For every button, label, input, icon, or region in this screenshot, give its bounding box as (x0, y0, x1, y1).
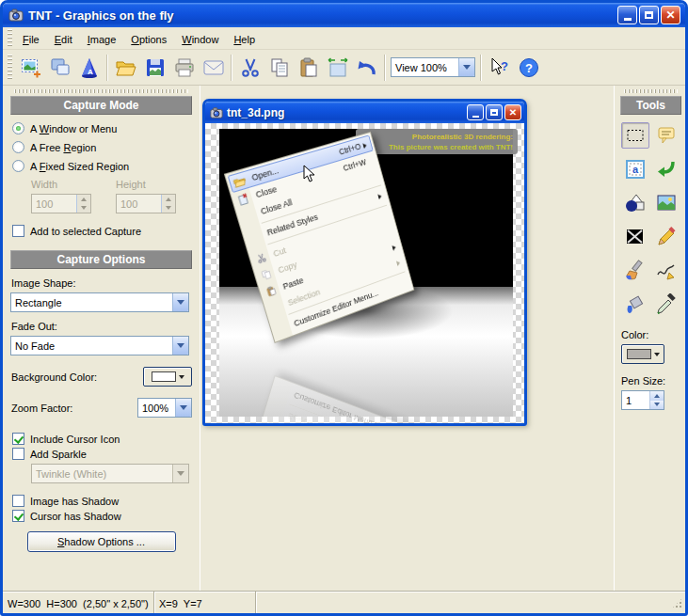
radio-window-or-menu[interactable]: A Window or Menu (12, 122, 192, 134)
background-color-button[interactable] (143, 367, 192, 387)
radio-free-region[interactable]: A Free Region (12, 141, 192, 153)
menu-window[interactable]: Window (174, 31, 226, 48)
tool-select-rectangle-button[interactable] (621, 122, 649, 149)
tools-header: Tools (620, 96, 681, 115)
submenu-arrow-icon (392, 244, 398, 251)
tools-panel-grip[interactable] (624, 89, 678, 93)
tool-callout-button[interactable] (652, 122, 680, 149)
banner-line2: This picture was created with TNT! (356, 142, 513, 152)
pen-color-button[interactable] (621, 344, 664, 364)
select-rectangle-icon (624, 124, 647, 147)
tool-image-button[interactable] (652, 190, 680, 216)
menu-image[interactable]: Image (80, 31, 124, 48)
menu-edit[interactable]: Edit (47, 31, 80, 48)
transparent-color-icon (624, 226, 647, 248)
image-icon (655, 192, 678, 214)
undo-button[interactable] (352, 54, 381, 82)
email-button[interactable] (199, 54, 228, 82)
capture-panel-grip[interactable] (14, 89, 188, 93)
fade-out-select[interactable]: No Fade (10, 336, 189, 355)
context-help-button[interactable]: ? (485, 54, 514, 82)
capture-window-button[interactable] (45, 54, 74, 82)
chevron-down-icon (172, 337, 188, 355)
image-document-window[interactable]: tnt_3d.png ✕ Photorealistic 3D rendering… (202, 99, 527, 426)
capture-panel: Capture Mode A Window or Menu A Free Reg… (3, 86, 200, 591)
print-button[interactable] (169, 54, 199, 82)
menu-file[interactable]: File (15, 31, 47, 48)
image-window-titlebar[interactable]: tnt_3d.png ✕ (205, 102, 524, 123)
copy-button[interactable] (264, 54, 294, 82)
menu-options[interactable]: Options (123, 31, 174, 48)
maximize-button[interactable] (486, 104, 503, 120)
pencil-icon (655, 226, 678, 248)
tool-pencil-button[interactable] (652, 224, 680, 250)
shadow-options-button[interactable]: Shadow Options ... (27, 531, 176, 552)
close-button[interactable]: ✕ (661, 6, 680, 24)
pen-size-spinner[interactable]: 1 (621, 390, 664, 410)
tool-text-button[interactable]: a (621, 156, 649, 182)
titlebar[interactable]: TNT - Graphics on the fly ✕ (3, 3, 685, 27)
mouse-cursor-icon (303, 165, 315, 186)
capture-mode-header: Capture Mode (10, 96, 192, 115)
spin-down-icon[interactable] (650, 401, 664, 410)
menu-help[interactable]: Help (226, 31, 263, 48)
status-cursor-position: X=9 Y=7 (153, 592, 255, 613)
canvas-size-button[interactable] (323, 54, 352, 82)
minimize-button[interactable] (617, 6, 637, 24)
add-to-selected-checkbox[interactable]: Add to selected Capture (12, 225, 192, 237)
maximize-button[interactable] (639, 6, 659, 24)
capture-window-icon (49, 56, 72, 79)
minimize-button[interactable] (467, 104, 484, 120)
image-shape-select[interactable]: Rectangle (10, 292, 189, 312)
paste-icon (297, 56, 320, 79)
canvas-size-icon (327, 56, 349, 79)
zoom-factor-select[interactable]: 100% (137, 398, 192, 418)
resize-grip[interactable] (671, 597, 683, 609)
svg-text:A: A (88, 68, 93, 76)
svg-text:?: ? (525, 60, 533, 74)
paste-button[interactable] (294, 54, 323, 82)
image-shadow-checkbox[interactable]: Image has Shadow (12, 495, 192, 507)
radio-label: A Free Region (30, 142, 96, 153)
color-swatch (152, 371, 176, 382)
image-shape-label: Image Shape: (11, 277, 192, 289)
capture-region-button[interactable] (16, 54, 45, 82)
cut-button[interactable] (235, 54, 264, 82)
add-sparkle-checkbox[interactable]: Add Sparkle (12, 448, 192, 460)
tool-fill-button[interactable] (621, 292, 649, 318)
spin-up-icon (77, 195, 90, 204)
cursor-shadow-checkbox[interactable]: Cursor has Shadow (12, 510, 192, 522)
save-button[interactable] (140, 54, 169, 82)
radio-fixed-sized-region[interactable]: A Fixed Sized Region (12, 160, 192, 172)
checkbox-label: Add to selected Capture (30, 226, 141, 237)
toolbar-separator (106, 55, 108, 81)
arrow-icon (655, 158, 678, 181)
height-label: Height (116, 179, 176, 190)
toolbar-grip[interactable] (8, 55, 12, 81)
spin-up-icon[interactable] (650, 391, 664, 401)
maximize-icon (645, 11, 653, 19)
checkbox-label: Include Cursor Icon (30, 434, 120, 445)
image-canvas[interactable]: Photorealistic 3D rendering: This pictur… (205, 123, 524, 423)
view-zoom-select[interactable]: View 100% (391, 57, 475, 77)
tool-color-picker-button[interactable] (652, 292, 680, 318)
tool-arrow-button[interactable] (652, 156, 680, 182)
tnt-3d-button[interactable]: A (74, 54, 104, 82)
spin-down-icon (162, 204, 175, 213)
tool-shapes-button[interactable] (621, 190, 649, 216)
menubar-grip[interactable] (8, 29, 12, 48)
chevron-down-icon (175, 399, 191, 417)
close-button[interactable]: ✕ (504, 104, 521, 120)
help-button[interactable]: ? (514, 54, 543, 82)
app-window: TNT - Graphics on the fly ✕ FileEditImag… (0, 0, 688, 616)
width-label: Width (31, 179, 91, 190)
open-button[interactable] (111, 54, 140, 82)
menubar: FileEditImageOptionsWindowHelp (3, 27, 685, 50)
tool-freehand-button[interactable] (652, 258, 680, 284)
tool-transparent-color-button[interactable] (621, 224, 649, 250)
include-cursor-checkbox[interactable]: Include Cursor Icon (12, 433, 192, 445)
callout-icon (655, 124, 678, 147)
tool-brush-button[interactable] (621, 258, 649, 284)
open-icon (115, 56, 137, 79)
checkbox-label: Image has Shadow (30, 496, 119, 507)
